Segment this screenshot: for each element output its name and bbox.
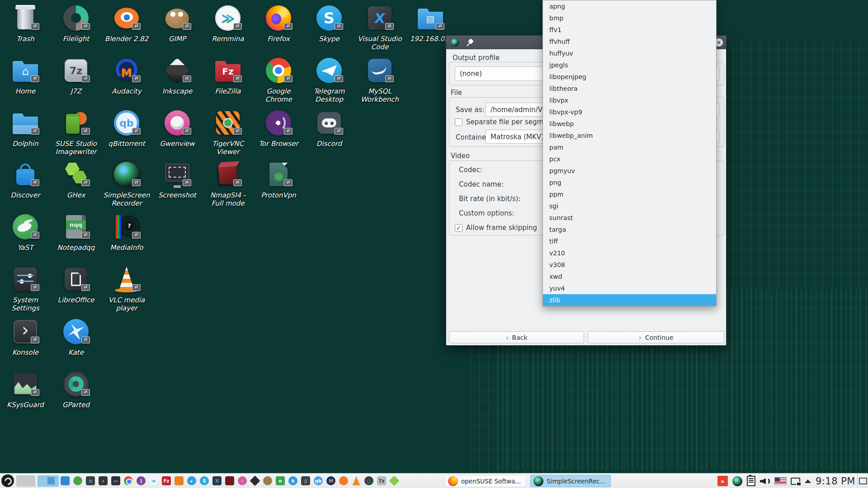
frame-skip-checkbox[interactable]: ✓	[455, 224, 462, 232]
desktop-icon-gimp[interactable]: ⇄GIMP	[153, 4, 202, 43]
desktop-icon-nmapsi[interactable]: ⇄NmapSI4 - Full mode	[203, 160, 252, 208]
desktop-icon-filelight[interactable]: ⇄Filelight	[52, 4, 100, 43]
qbittorrent-taskbar-icon[interactable]: qb	[314, 476, 323, 485]
screen-device-icon[interactable]	[791, 478, 800, 485]
notepadqq-taskbar-icon[interactable]: n	[276, 476, 285, 485]
desktop-icon-telegram[interactable]: ⇄Telegram Desktop	[305, 56, 354, 104]
telegram-taskbar-icon[interactable]: ▸	[187, 476, 196, 485]
tigervnc-taskbar-icon[interactable]	[175, 476, 184, 485]
dropdown-item-bmp[interactable]: bmp	[543, 12, 716, 24]
dropdown-item-jpegls[interactable]: jpegls	[543, 59, 716, 71]
desktop-icon-kate[interactable]: ⇄Kate	[52, 317, 100, 357]
dropdown-item-v210[interactable]: v210	[543, 247, 716, 259]
desktop-icon-protonvpn[interactable]: ⇄ProtonVpn	[254, 160, 303, 199]
desktop-icon-gparted[interactable]: ⇄GParted	[52, 370, 100, 409]
gparted-taskbar-icon[interactable]: ○	[364, 476, 373, 485]
dropdown-item-ppm[interactable]: ppm	[543, 188, 716, 200]
dropdown-item-apng[interactable]: apng	[543, 0, 716, 12]
dropdown-item-libwebp_anim[interactable]: libwebp_anim	[543, 130, 716, 141]
skype-taskbar-icon[interactable]: S	[200, 476, 209, 485]
dropdown-item-png[interactable]: png	[543, 177, 716, 188]
dropdown-item-libvpx-vp9[interactable]: libvpx-vp9	[543, 106, 716, 118]
ghex-taskbar-icon[interactable]	[389, 475, 399, 486]
pin-icon[interactable]	[466, 39, 473, 46]
kate-taskbar-icon[interactable]: k	[288, 476, 297, 485]
dropdown-item-pam[interactable]: pam	[543, 141, 716, 153]
dropdown-item-libopenjpeg[interactable]: libopenjpeg	[543, 71, 716, 83]
desktop-icon-systemsettings[interactable]: ⇄System Settings	[1, 265, 50, 313]
task-button-opensuse-software[interactable]: openSUSE Softwa...	[445, 475, 526, 487]
system-settings-taskbar-icon[interactable]: ≡	[86, 476, 95, 485]
desktop-icon-j7z[interactable]: ⇄J7Z	[52, 56, 100, 95]
desktop-icon-trash[interactable]: ⇄Trash	[1, 4, 50, 43]
desktop-icon-inkscape[interactable]: ⇄Inkscape	[153, 56, 202, 95]
vscode-taskbar-icon[interactable]: X	[212, 476, 222, 485]
desktop-icon-remmina[interactable]: ⇄Remmina	[203, 4, 252, 43]
filezilla-taskbar-icon[interactable]: Fz	[162, 476, 171, 485]
dropdown-item-sgi[interactable]: sgi	[543, 200, 716, 212]
dolphin-taskbar-icon[interactable]	[61, 476, 70, 485]
desktop-icon-tigervnc[interactable]: ⇄TigerVNC Viewer	[203, 108, 252, 156]
desktop-icon-mysql[interactable]: ⇄MySQL Workbench	[355, 56, 404, 104]
show-desktop-button[interactable]	[857, 474, 868, 488]
libreoffice-taskbar-icon[interactable]: ▯	[301, 476, 310, 485]
inkscape-taskbar-icon[interactable]	[250, 475, 260, 486]
expand-tray-arrow-icon[interactable]	[805, 479, 811, 483]
dropdown-item-huffyuv[interactable]: huffyuv	[543, 47, 716, 59]
continue-button[interactable]: › Continue	[588, 331, 724, 343]
tor-browser-taskbar-icon[interactable]: )	[137, 476, 146, 485]
desktop-icon-skype[interactable]: ⇄Skype	[305, 4, 354, 43]
protonvpn-indicator-icon[interactable]: »	[717, 476, 728, 486]
desktop-icon-chrome[interactable]: ⇄Google Chrome	[254, 56, 303, 104]
blender-taskbar-icon[interactable]	[339, 476, 348, 485]
dropdown-item-pgmyuv[interactable]: pgmyuv	[543, 165, 716, 177]
dropdown-item-targa[interactable]: targa	[543, 224, 716, 235]
simplescreenrecorder-tray-icon[interactable]	[732, 476, 742, 486]
desktop-icon-ssr[interactable]: ⇄SimpleScreenRecorder	[102, 160, 151, 208]
desktop-icon-yast[interactable]: ⇄YaST	[1, 212, 50, 252]
desktop-icon-filezilla[interactable]: ⇄FileZilla	[203, 56, 252, 95]
audio-volume-icon[interactable]	[760, 477, 770, 486]
desktop-icon-vscode[interactable]: ⇄Visual Studio Code	[355, 4, 404, 52]
7zip-taskbar-icon[interactable]: 7z	[377, 476, 386, 485]
audacity-taskbar-icon[interactable]: M	[326, 476, 335, 485]
separate-file-checkbox[interactable]	[455, 118, 462, 126]
dropdown-item-xwd[interactable]: xwd	[543, 271, 716, 282]
vlc-taskbar-icon[interactable]	[352, 476, 361, 485]
desktop-icon-libreoffice[interactable]: ⇄LibreOffice	[52, 265, 100, 304]
nmapsi4-taskbar-icon[interactable]	[225, 476, 234, 485]
dropdown-item-ffv1[interactable]: ffv1	[543, 24, 716, 36]
dropdown-item-tiff[interactable]: tiff	[543, 235, 716, 247]
desktop-icon-dolphin[interactable]: ⇄Dolphin	[1, 108, 50, 148]
dropdown-item-ffvhuff[interactable]: ffvhuff	[543, 36, 716, 47]
remmina-taskbar-icon[interactable]: ≫	[149, 476, 158, 485]
dropdown-item-pcx[interactable]: pcx	[543, 153, 716, 165]
dropdown-item-zlib[interactable]: zlib	[543, 294, 716, 306]
klipper-clipboard-icon[interactable]	[747, 476, 755, 486]
desktop-icon-discover[interactable]: ⇄Discover	[1, 160, 50, 199]
desktop-icon-konsole[interactable]: ⇄Konsole	[1, 317, 50, 357]
desktop-icon-qbittorrent[interactable]: ⇄qBittorrent	[102, 108, 151, 148]
back-button[interactable]: ‹ Back	[449, 331, 584, 343]
virtual-desktop-2[interactable]	[38, 475, 59, 487]
dropdown-item-libvpx[interactable]: libvpx	[543, 94, 716, 106]
opensuse-application-launcher-icon[interactable]	[1, 474, 14, 487]
desktop-icon-suse[interactable]: ⇄SUSE Studio Imagewriter	[52, 108, 100, 156]
desktop-icon-firefox[interactable]: ⇄Firefox	[254, 4, 303, 43]
dropdown-item-libwebp[interactable]: libwebp	[543, 118, 716, 130]
desktop-icon-audacity[interactable]: ⇄Audacity	[102, 56, 151, 95]
desktop-icon-home[interactable]: ⇄Home	[1, 56, 50, 95]
keyboard-layout-us-flag-icon[interactable]	[775, 478, 786, 485]
dropdown-item-sunrast[interactable]: sunrast	[543, 212, 716, 224]
virtual-desktop-1[interactable]	[16, 475, 35, 487]
desktop-icon-tor[interactable]: ⇄Tor Browser	[254, 108, 303, 148]
dropdown-item-libtheora[interactable]: libtheora	[543, 83, 716, 94]
desktop-icon-notepadqq[interactable]: ⇄Notepadqq	[52, 212, 100, 252]
desktop-icon-discord[interactable]: ⇄Discord	[305, 108, 354, 148]
clock[interactable]: 9:18 PM	[816, 476, 855, 487]
screenshot-taskbar-icon[interactable]: ▭	[111, 476, 120, 485]
desktop-icon-gwenview[interactable]: ⇄Gwenview	[153, 108, 202, 148]
gimp-taskbar-icon[interactable]	[263, 476, 272, 485]
desktop-icon-ksysguard[interactable]: ⇄KSysGuard	[1, 370, 50, 409]
desktop-icon-mediainfo[interactable]: ⇄MediaInfo	[102, 212, 151, 252]
